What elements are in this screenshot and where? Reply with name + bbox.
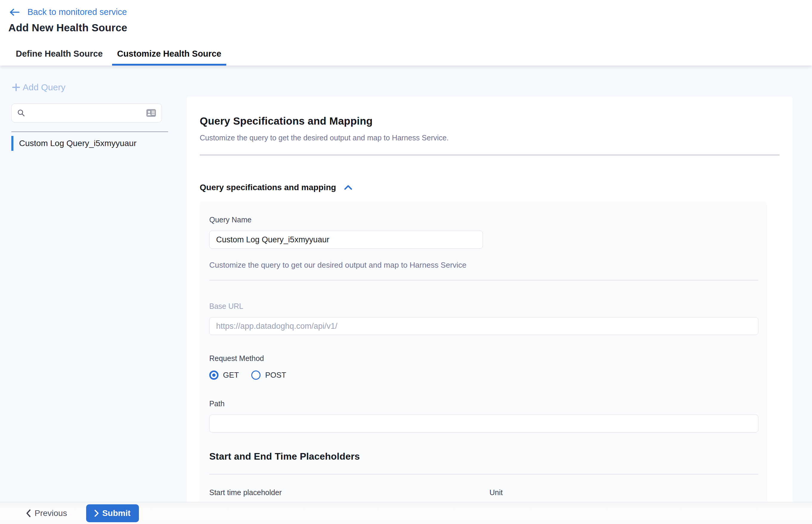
query-search-input[interactable] <box>30 104 146 122</box>
collapse-section-button[interactable] <box>344 184 353 191</box>
sidebar-divider <box>11 131 168 132</box>
back-link-label: Back to monitored service <box>28 7 127 17</box>
radio-selected-icon <box>209 371 218 380</box>
query-item-label: Custom Log Query_i5xmyyuaur <box>19 138 136 148</box>
base-url-input[interactable] <box>209 317 758 335</box>
tab-define-health-source[interactable]: Define Health Source <box>11 49 108 66</box>
back-link[interactable]: Back to monitored service <box>9 7 812 17</box>
panel-subtitle: Customize the query to get the desired o… <box>200 133 780 142</box>
add-query-button[interactable]: Add Query <box>11 82 65 93</box>
app-root: Back to monitored service Add New Health… <box>0 0 812 524</box>
section-title: Query specifications and mapping <box>200 183 336 192</box>
request-method-radio-group: GET POST <box>209 371 758 380</box>
query-spec-card: Query Name Customize the query to get ou… <box>200 202 767 502</box>
card-divider <box>209 280 758 280</box>
path-label: Path <box>209 399 758 408</box>
base-url-label: Base URL <box>209 302 758 311</box>
time-placeholders-divider <box>209 474 758 475</box>
query-search-box <box>11 103 162 122</box>
page-title: Add New Health Source <box>9 22 812 34</box>
time-placeholders-heading: Start and End Time Placeholders <box>209 451 758 462</box>
radio-post-label: POST <box>265 371 286 380</box>
query-name-input[interactable] <box>209 231 483 249</box>
tab-bar: Define Health Source Customize Health So… <box>0 49 812 66</box>
panel-header: Query Specifications and Mapping Customi… <box>187 97 793 155</box>
search-icon <box>17 109 25 117</box>
add-query-label: Add Query <box>23 82 65 93</box>
panel-body: Query specifications and mapping Query N… <box>187 155 793 502</box>
unit-label: Unit <box>489 488 756 497</box>
previous-button-label: Previous <box>35 508 67 518</box>
chevron-left-icon <box>26 509 31 517</box>
content-area: Add Query <box>0 66 812 502</box>
section-header: Query specifications and mapping <box>200 183 793 192</box>
query-list: Custom Log Query_i5xmyyuaur <box>0 136 185 151</box>
arrow-left-icon <box>9 8 20 16</box>
chevron-right-icon <box>95 510 99 517</box>
path-input[interactable] <box>209 415 758 432</box>
radio-get-label: GET <box>223 371 239 380</box>
tab-customize-health-source[interactable]: Customize Health Source <box>112 49 227 66</box>
start-time-field: Start time placeholder <box>209 488 477 502</box>
main-panel: Query Specifications and Mapping Customi… <box>187 97 793 502</box>
query-list-item[interactable]: Custom Log Query_i5xmyyuaur <box>0 136 185 151</box>
query-name-helper: Customize the query to get our desired o… <box>209 261 758 270</box>
chevron-up-icon <box>344 184 353 191</box>
request-method-label: Request Method <box>209 354 758 363</box>
start-time-label: Start time placeholder <box>209 488 477 497</box>
unit-field: Unit Seconds <box>489 488 756 502</box>
footer-bar: Previous Submit <box>0 502 812 524</box>
id-card-icon[interactable] <box>146 109 156 117</box>
selected-indicator-bar <box>11 136 13 151</box>
query-name-label: Query Name <box>209 215 758 224</box>
query-sidebar: Add Query <box>0 66 185 151</box>
radio-unselected-icon <box>251 371 261 380</box>
radio-option-get[interactable]: GET <box>209 371 239 380</box>
submit-button-label: Submit <box>102 508 131 518</box>
page-header: Back to monitored service Add New Health… <box>0 0 812 66</box>
plus-icon <box>11 83 21 92</box>
radio-option-post[interactable]: POST <box>251 371 286 380</box>
panel-title: Query Specifications and Mapping <box>200 115 780 127</box>
time-placeholders-row: Start time placeholder Unit Seconds <box>209 488 758 502</box>
submit-button[interactable]: Submit <box>86 504 139 522</box>
previous-button[interactable]: Previous <box>26 508 67 518</box>
